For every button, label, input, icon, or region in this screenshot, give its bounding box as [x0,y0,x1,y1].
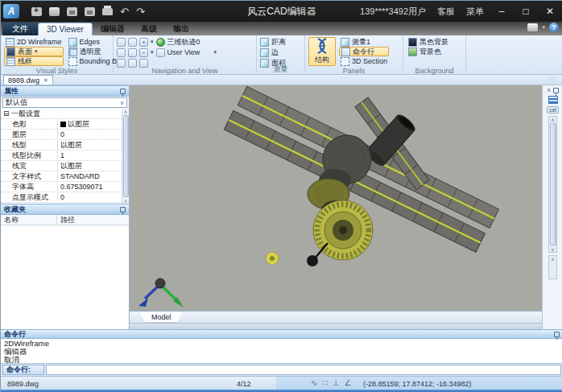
zoom-extents-icon[interactable] [128,48,137,57]
properties-header[interactable]: 属性 [1,85,129,97]
close-button[interactable]: ✕ [543,6,556,17]
property-row[interactable]: 线型比例 1 [1,151,122,161]
button-2d-wireframe[interactable]: 2D Wireframe [4,37,64,47]
user-account[interactable]: 139****3492用户 [360,6,426,18]
help-icon[interactable]: ? [549,23,559,32]
pan-window-icon[interactable] [117,38,126,47]
tab-output[interactable]: 输出 [165,23,197,35]
pin-icon[interactable] [554,332,560,337]
previous-view-icon[interactable] [128,59,137,68]
scrollbar-thumb[interactable] [550,123,556,246]
command-history[interactable]: 2DWireframe 编辑器 取消 [1,339,562,363]
user-view-label[interactable]: User View [167,48,200,56]
zoom-window-icon[interactable] [128,38,137,47]
transparency-icon [68,47,77,56]
property-row[interactable]: 线型 以图层 [1,140,122,151]
minimize-button[interactable]: – [495,6,508,17]
tab-advanced[interactable]: 高级 [133,23,165,35]
pin-icon[interactable] [553,88,559,93]
button-background-color[interactable]: 背景色 [407,47,462,56]
side-panel-tab[interactable]: cat [547,106,559,113]
app-logo-icon[interactable]: A [3,4,19,19]
button-3d-section[interactable]: 3D Section [339,56,389,66]
horizontal-scrollbar[interactable] [130,323,542,329]
scroll-down-icon[interactable]: ∨ [124,198,127,204]
undo-icon[interactable]: ↶ [120,6,129,17]
scroll-down-icon[interactable]: ∨ [551,246,554,252]
support-link[interactable]: 客服 [437,6,455,18]
property-row[interactable]: 字体高 0.675309071 [1,182,122,192]
menu-link[interactable]: 菜单 [466,6,484,18]
window-style-icon[interactable] [527,23,538,31]
command-line-header[interactable]: 命令行 [1,329,562,339]
save-as-icon[interactable] [85,7,95,16]
favorite-heart-icon[interactable]: ♡ [549,76,556,85]
collapse-icon[interactable]: ⊟ [3,109,10,118]
button-black-background[interactable]: 黑色背景 [407,37,462,47]
redo-icon[interactable]: ↷ [136,6,145,17]
tab-file[interactable]: 文件 [2,23,38,35]
command-input[interactable] [46,365,561,375]
orbit-3d-icon[interactable] [156,38,165,47]
surface-dropdown-icon[interactable]: ▾ [35,48,38,55]
scroll-up-icon[interactable]: ∧ [551,257,554,262]
angle-snap-icon[interactable]: ∠ [344,378,351,387]
button-edge-measure[interactable]: 边 [260,47,301,57]
property-row[interactable]: 色彩 以图层 [1,119,122,130]
scrollbar-thumb[interactable] [123,115,129,197]
document-tab-strip: 8989.dwg ✕ ♡ [1,75,562,85]
tab-editor[interactable]: 编辑器 [93,23,133,35]
button-structure[interactable]: 结构 [308,37,336,66]
perpendicular-snap-icon[interactable]: ⊥ [333,378,340,387]
grid-toggle-icon[interactable]: ∷ [322,378,327,387]
scroll-up-icon[interactable]: ∧ [551,117,554,122]
button-distance[interactable]: 距离 [260,37,301,47]
button-surface[interactable]: 表面 ▾ [4,47,64,56]
pan-hand-icon[interactable] [139,59,148,68]
property-row[interactable]: 图层 0 [1,130,122,140]
preset-dropdown[interactable]: 默认值 ∨ [2,97,127,108]
ortho-toggle-icon[interactable]: ∿ [311,378,317,387]
favorites-list[interactable] [1,225,129,329]
ribbon-empty-space [466,35,562,75]
tab-3d-viewer[interactable]: 3D Viewer [38,23,93,35]
scroll-up-icon[interactable]: ∧ [124,109,127,114]
user-view-icon[interactable] [156,48,165,57]
print-icon[interactable] [102,8,113,15]
maximize-button[interactable]: □ [519,6,532,17]
structure-list-icon[interactable] [548,96,558,104]
zoom-in-icon[interactable]: + [139,38,148,47]
favorites-header[interactable]: 收藏夹 [1,204,129,215]
property-row[interactable]: 文字样式 STANDARD [1,171,122,182]
property-row[interactable]: 点显示模式 0 [1,192,122,203]
orbit-3d-label[interactable]: 三维轨迹0 [167,37,200,47]
user-view-dropdown-icon[interactable]: ▾ [213,49,217,56]
view-windows-icon[interactable] [117,48,126,57]
layout-tab-bar: Model [130,311,542,323]
side-panel-scrollbar[interactable]: ∧ ∨ [548,116,557,253]
save-icon[interactable] [67,7,77,16]
open-file-icon[interactable] [49,7,60,16]
model-tab[interactable]: Model [139,312,184,323]
viewport-3d[interactable] [130,85,542,311]
zoom-out-dropdown-icon[interactable]: ▾ [151,49,154,56]
style-dropdown-icon[interactable]: ▾ [542,24,545,31]
properties-scrollbar[interactable]: ∧ ∨ [122,109,129,204]
document-tab[interactable]: 8989.dwg ✕ [3,75,53,85]
close-document-icon[interactable]: ✕ [43,77,48,84]
zoom-out-icon[interactable]: − [139,48,148,57]
side-panel-scrollbar-lower[interactable]: ∧ [548,255,557,279]
property-row[interactable]: 线宽 以图层 [1,161,122,171]
collapse-icon[interactable]: ∧ [547,87,551,93]
new-file-icon[interactable] [31,7,42,16]
button-command-line-panel[interactable]: 命令行 [339,47,389,56]
surface-icon [6,47,15,56]
button-wireframe[interactable]: 线框 [4,56,64,66]
group-label-visual-styles: Visual Styles [1,67,113,75]
property-category-row[interactable]: ⊟ 一般设置 [1,109,122,119]
button-measure1-panel[interactable]: 测量1 [339,37,389,47]
pin-icon[interactable] [120,207,126,213]
orbit-icon[interactable] [117,59,126,68]
pin-icon[interactable] [120,89,126,94]
zoom-in-dropdown-icon[interactable]: ▾ [151,39,154,45]
